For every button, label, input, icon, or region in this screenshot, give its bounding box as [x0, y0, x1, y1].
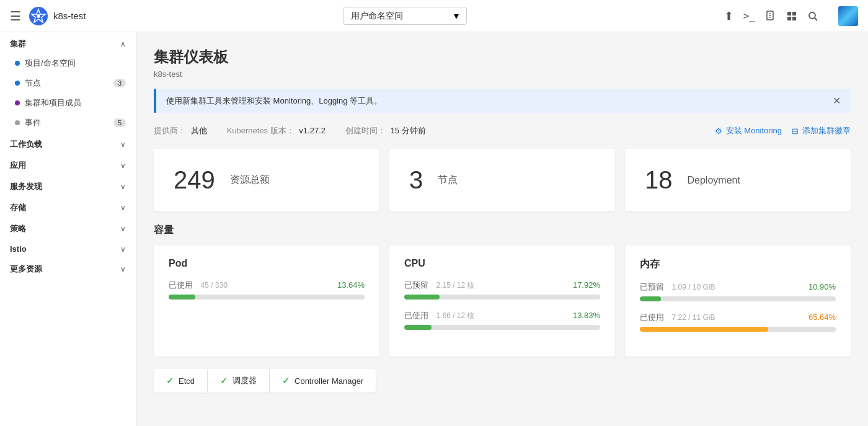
capacity-mem-used-header: 已使用 7.22 / 11 GiB 65.64% [640, 311, 836, 323]
capacity-cpu-used-percent: 13.83% [573, 311, 600, 320]
etcd-check-icon: ✓ [166, 376, 174, 386]
sidebar-dot-icon [15, 61, 20, 66]
capacity-cpu-title: CPU [404, 258, 600, 269]
settings-icon: ⚙ [715, 126, 722, 136]
capacity-mem-reserved-metric: 已预留 1.09 / 10 GiB 10.90% [640, 281, 836, 301]
status-item-controller-manager: ✓ Controller Manager [270, 370, 376, 392]
hamburger-icon[interactable]: ☰ [10, 9, 21, 24]
k8s-logo-icon [29, 6, 48, 26]
header-center: 用户命名空间 ▾ [86, 7, 724, 25]
sidebar-section-workload-arrow: ∨ [120, 140, 126, 149]
cluster-k8s-label: Kubernetes 版本： [227, 126, 294, 135]
sidebar-events-badge: 5 [113, 118, 126, 127]
capacity-mem-reserved-header: 已预留 1.09 / 10 GiB 10.90% [640, 281, 836, 293]
sidebar-section-policy-arrow: ∨ [120, 224, 126, 233]
install-monitoring-button[interactable]: ⚙ 安装 Monitoring [715, 125, 782, 136]
controller-manager-label: Controller Manager [294, 376, 363, 386]
stats-row: 249 资源总额 3 节点 18 Deployment [154, 149, 851, 211]
cluster-created-value: 15 分钟前 [391, 126, 426, 135]
capacity-mem-reserved-percent: 10.90% [808, 282, 836, 291]
capacity-mem-reserved-bar-bg [640, 296, 836, 301]
cluster-provider: 提供商： 其他 [154, 125, 207, 136]
capacity-pod-used-values: 45 / 330 [200, 281, 227, 290]
add-badge-button[interactable]: ⊟ 添加集群徽章 [792, 125, 851, 136]
capacity-pod-used-percent: 13.64% [337, 280, 365, 290]
status-item-scheduler: ✓ 调度器 [208, 369, 270, 393]
cluster-provider-label: 提供商： [154, 126, 186, 135]
capacity-pod-title: Pod [169, 258, 365, 269]
sidebar-item-project-namespace[interactable]: 项目/命名空间 [0, 53, 136, 73]
capacity-cpu-used-bar-fill [404, 325, 432, 330]
sidebar-section-cluster-arrow: ∧ [120, 40, 126, 48]
sidebar-dot-icon [15, 81, 20, 86]
sidebar-section-service-discovery[interactable]: 服务发现 ∨ [0, 175, 136, 196]
sidebar-section-more[interactable]: 更多资源 ∨ [0, 257, 136, 278]
sidebar-item-nodes-label: 节点 [25, 78, 41, 89]
sidebar-item-cluster-members-left: 集群和项目成员 [15, 97, 81, 109]
capacity-mem-reserved-values: 1.09 / 10 GiB [671, 283, 715, 291]
stat-nodes-number: 3 [409, 166, 423, 194]
capacity-mem-used-bar-bg [640, 327, 836, 332]
sidebar-section-storage[interactable]: 存储 ∨ [0, 196, 136, 217]
sidebar-item-cluster-members[interactable]: 集群和项目成员 [0, 93, 136, 113]
upload-icon[interactable]: ⬆ [724, 9, 733, 23]
sidebar-section-cluster[interactable]: 集群 ∧ [0, 32, 136, 53]
namespace-text: 用户命名空间 [351, 11, 403, 22]
capacity-mem-used-metric: 已使用 7.22 / 11 GiB 65.64% [640, 311, 836, 332]
capacity-mem-reserved-label: 已预留 [640, 282, 664, 291]
status-item-etcd: ✓ Etcd [154, 370, 208, 392]
stat-resources-number: 249 [174, 166, 215, 194]
file-icon[interactable] [765, 11, 776, 22]
cluster-created: 创建时间： 15 分钟前 [345, 125, 426, 136]
main-layout: 集群 ∧ 项目/命名空间 节点 3 集群和项目成员 事件 [0, 32, 868, 426]
capacity-row: Pod 已使用 45 / 330 13.64% CPU [154, 246, 851, 357]
capacity-cpu-reserved-header: 已预留 2.15 / 12 核 17.92% [404, 279, 600, 291]
capacity-cpu-reserved-percent: 17.92% [573, 280, 600, 290]
sidebar-section-service-discovery-title: 服务发现 [10, 181, 42, 192]
stat-deployments-label: Deployment [688, 175, 740, 186]
scheduler-label: 调度器 [232, 375, 257, 386]
sidebar-nodes-badge: 3 [113, 79, 126, 87]
sidebar-section-storage-title: 存储 [10, 202, 26, 213]
avatar[interactable] [838, 6, 858, 26]
logo-area[interactable]: k8s-test [29, 6, 86, 26]
capacity-card-pod: Pod 已使用 45 / 330 13.64% [154, 246, 379, 357]
capacity-mem-used-label: 已使用 [640, 313, 664, 322]
sidebar-item-nodes[interactable]: 节点 3 [0, 73, 136, 93]
capacity-pod-used-label: 已使用 [169, 280, 193, 290]
grid-icon[interactable] [786, 11, 797, 22]
stat-card-resources: 249 资源总额 [154, 149, 379, 211]
page-subtitle: k8s-test [154, 69, 851, 79]
sidebar-section-istio[interactable]: Istio ∨ [0, 238, 136, 257]
capacity-mem-used-left: 已使用 7.22 / 11 GiB [640, 311, 715, 323]
svg-point-11 [809, 12, 815, 19]
sidebar-section-policy[interactable]: 策略 ∨ [0, 217, 136, 238]
capacity-cpu-used-label: 已使用 [404, 311, 428, 320]
capacity-cpu-used-metric: 已使用 1.66 / 12 核 13.83% [404, 309, 600, 330]
header-right: ⬆ >_ [724, 6, 858, 26]
sidebar-section-istio-title: Istio [10, 244, 27, 254]
status-bar: ✓ Etcd ✓ 调度器 ✓ Controller Manager [154, 369, 376, 393]
info-banner: 使用新集群工具来管理和安装 Monitoring、Logging 等工具。 ✕ [154, 89, 851, 113]
sidebar-section-more-title: 更多资源 [10, 264, 42, 275]
capacity-cpu-reserved-metric: 已预留 2.15 / 12 核 17.92% [404, 279, 600, 300]
sidebar-section-workload[interactable]: 工作负载 ∨ [0, 133, 136, 154]
search-icon[interactable] [807, 11, 818, 22]
sidebar-section-workload-title: 工作负载 [10, 139, 42, 150]
namespace-selector[interactable]: 用户命名空间 ▾ [343, 7, 467, 25]
terminal-icon[interactable]: >_ [743, 10, 755, 22]
content: 集群仪表板 k8s-test 使用新集群工具来管理和安装 Monitoring、… [136, 32, 868, 426]
sidebar-item-cluster-members-label: 集群和项目成员 [25, 97, 81, 109]
capacity-cpu-reserved-label: 已预留 [404, 280, 428, 290]
info-banner-close-button[interactable]: ✕ [833, 95, 841, 107]
capacity-cpu-used-bar-bg [404, 325, 600, 330]
svg-rect-9 [787, 17, 791, 20]
sidebar-section-apps-title: 应用 [10, 160, 26, 171]
sidebar-section-apps[interactable]: 应用 ∨ [0, 154, 136, 175]
capacity-pod-used-header: 已使用 45 / 330 13.64% [169, 279, 365, 291]
sidebar-item-events[interactable]: 事件 5 [0, 113, 136, 133]
capacity-mem-used-values: 7.22 / 11 GiB [671, 313, 715, 322]
badge-icon: ⊟ [792, 126, 799, 136]
page-title: 集群仪表板 [154, 47, 851, 67]
namespace-arrow-icon: ▾ [454, 10, 459, 22]
